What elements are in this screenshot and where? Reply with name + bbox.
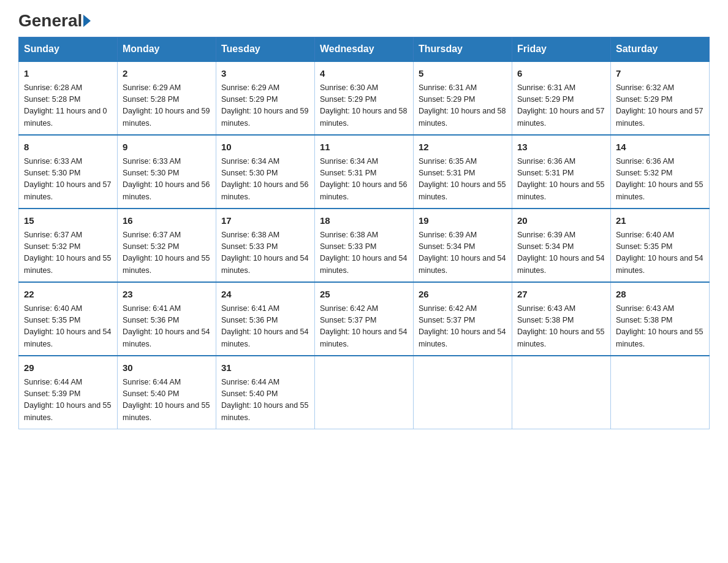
calendar-cell: 1 Sunrise: 6:28 AMSunset: 5:28 PMDayligh…	[19, 61, 118, 135]
calendar-cell: 5 Sunrise: 6:31 AMSunset: 5:29 PMDayligh…	[414, 61, 512, 135]
calendar-cell: 19 Sunrise: 6:39 AMSunset: 5:34 PMDaylig…	[414, 209, 512, 282]
day-header-monday: Monday	[118, 37, 216, 62]
day-number: 29	[24, 361, 112, 375]
day-number: 21	[616, 214, 704, 228]
day-info: Sunrise: 6:31 AMSunset: 5:29 PMDaylight:…	[517, 82, 605, 130]
day-info: Sunrise: 6:39 AMSunset: 5:34 PMDaylight:…	[419, 229, 507, 277]
week-row-5: 29 Sunrise: 6:44 AMSunset: 5:39 PMDaylig…	[19, 356, 710, 429]
day-number: 23	[123, 288, 211, 302]
calendar-cell: 22 Sunrise: 6:40 AMSunset: 5:35 PMDaylig…	[19, 282, 118, 356]
calendar-cell: 13 Sunrise: 6:36 AMSunset: 5:31 PMDaylig…	[512, 135, 611, 209]
calendar-cell: 8 Sunrise: 6:33 AMSunset: 5:30 PMDayligh…	[19, 135, 118, 209]
day-number: 13	[517, 140, 605, 155]
calendar-cell: 23 Sunrise: 6:41 AMSunset: 5:36 PMDaylig…	[118, 282, 216, 356]
week-row-1: 1 Sunrise: 6:28 AMSunset: 5:28 PMDayligh…	[19, 61, 710, 135]
day-header-friday: Friday	[512, 37, 611, 62]
day-info: Sunrise: 6:37 AMSunset: 5:32 PMDaylight:…	[24, 229, 112, 277]
logo-wordmark: General	[18, 12, 92, 29]
day-info: Sunrise: 6:39 AMSunset: 5:34 PMDaylight:…	[517, 229, 605, 277]
calendar-cell: 30 Sunrise: 6:44 AMSunset: 5:40 PMDaylig…	[118, 356, 216, 429]
day-number: 6	[517, 67, 605, 81]
day-number: 30	[123, 361, 211, 375]
day-number: 7	[616, 67, 704, 81]
day-number: 15	[24, 214, 112, 228]
day-number: 24	[221, 288, 309, 302]
calendar-cell: 12 Sunrise: 6:35 AMSunset: 5:31 PMDaylig…	[414, 135, 512, 209]
calendar-cell	[315, 356, 414, 429]
page-header: General	[18, 12, 710, 27]
day-number: 18	[320, 214, 408, 228]
day-header-sunday: Sunday	[19, 37, 118, 62]
day-number: 10	[221, 140, 309, 155]
day-info: Sunrise: 6:40 AMSunset: 5:35 PMDaylight:…	[24, 303, 112, 351]
day-info: Sunrise: 6:29 AMSunset: 5:29 PMDaylight:…	[221, 82, 309, 130]
day-header-wednesday: Wednesday	[315, 37, 414, 62]
calendar-cell: 27 Sunrise: 6:43 AMSunset: 5:38 PMDaylig…	[512, 282, 611, 356]
day-info: Sunrise: 6:44 AMSunset: 5:39 PMDaylight:…	[24, 377, 112, 424]
calendar-cell: 15 Sunrise: 6:37 AMSunset: 5:32 PMDaylig…	[19, 209, 118, 282]
calendar-cell: 28 Sunrise: 6:43 AMSunset: 5:38 PMDaylig…	[611, 282, 710, 356]
calendar-cell: 9 Sunrise: 6:33 AMSunset: 5:30 PMDayligh…	[118, 135, 216, 209]
day-info: Sunrise: 6:38 AMSunset: 5:33 PMDaylight:…	[221, 229, 309, 277]
calendar-cell	[512, 356, 611, 429]
day-info: Sunrise: 6:41 AMSunset: 5:36 PMDaylight:…	[221, 303, 309, 351]
day-info: Sunrise: 6:41 AMSunset: 5:36 PMDaylight:…	[123, 303, 211, 351]
day-info: Sunrise: 6:38 AMSunset: 5:33 PMDaylight:…	[320, 229, 408, 277]
calendar-cell: 24 Sunrise: 6:41 AMSunset: 5:36 PMDaylig…	[216, 282, 315, 356]
calendar-cell: 10 Sunrise: 6:34 AMSunset: 5:30 PMDaylig…	[216, 135, 315, 209]
day-info: Sunrise: 6:40 AMSunset: 5:35 PMDaylight:…	[616, 229, 704, 277]
calendar-cell: 25 Sunrise: 6:42 AMSunset: 5:37 PMDaylig…	[315, 282, 414, 356]
day-number: 27	[517, 288, 605, 302]
day-header-saturday: Saturday	[611, 37, 710, 62]
day-number: 17	[221, 214, 309, 228]
day-info: Sunrise: 6:30 AMSunset: 5:29 PMDaylight:…	[320, 82, 408, 130]
day-number: 28	[616, 288, 704, 302]
calendar-cell: 21 Sunrise: 6:40 AMSunset: 5:35 PMDaylig…	[611, 209, 710, 282]
calendar-cell: 26 Sunrise: 6:42 AMSunset: 5:37 PMDaylig…	[414, 282, 512, 356]
day-info: Sunrise: 6:31 AMSunset: 5:29 PMDaylight:…	[419, 82, 507, 130]
day-info: Sunrise: 6:34 AMSunset: 5:31 PMDaylight:…	[320, 156, 408, 204]
calendar-cell	[611, 356, 710, 429]
day-info: Sunrise: 6:37 AMSunset: 5:32 PMDaylight:…	[123, 229, 211, 277]
day-info: Sunrise: 6:42 AMSunset: 5:37 PMDaylight:…	[419, 303, 507, 351]
calendar-cell: 3 Sunrise: 6:29 AMSunset: 5:29 PMDayligh…	[216, 61, 315, 135]
calendar-header-row: SundayMondayTuesdayWednesdayThursdayFrid…	[19, 37, 710, 62]
calendar-table: SundayMondayTuesdayWednesdayThursdayFrid…	[18, 37, 710, 429]
day-number: 8	[24, 140, 112, 155]
day-info: Sunrise: 6:44 AMSunset: 5:40 PMDaylight:…	[221, 377, 309, 424]
calendar-cell: 2 Sunrise: 6:29 AMSunset: 5:28 PMDayligh…	[118, 61, 216, 135]
calendar-cell	[414, 356, 512, 429]
calendar-cell: 14 Sunrise: 6:36 AMSunset: 5:32 PMDaylig…	[611, 135, 710, 209]
calendar-cell: 4 Sunrise: 6:30 AMSunset: 5:29 PMDayligh…	[315, 61, 414, 135]
day-info: Sunrise: 6:36 AMSunset: 5:32 PMDaylight:…	[616, 156, 704, 204]
day-number: 12	[419, 140, 507, 155]
day-number: 16	[123, 214, 211, 228]
day-number: 26	[419, 288, 507, 302]
week-row-2: 8 Sunrise: 6:33 AMSunset: 5:30 PMDayligh…	[19, 135, 710, 209]
day-info: Sunrise: 6:29 AMSunset: 5:28 PMDaylight:…	[123, 82, 211, 130]
day-info: Sunrise: 6:42 AMSunset: 5:37 PMDaylight:…	[320, 303, 408, 351]
day-number: 31	[221, 361, 309, 375]
day-number: 2	[123, 67, 211, 81]
day-number: 4	[320, 67, 408, 81]
day-number: 3	[221, 67, 309, 81]
calendar-cell: 31 Sunrise: 6:44 AMSunset: 5:40 PMDaylig…	[216, 356, 315, 429]
day-info: Sunrise: 6:43 AMSunset: 5:38 PMDaylight:…	[616, 303, 704, 351]
day-info: Sunrise: 6:32 AMSunset: 5:29 PMDaylight:…	[616, 82, 704, 130]
week-row-3: 15 Sunrise: 6:37 AMSunset: 5:32 PMDaylig…	[19, 209, 710, 282]
calendar-cell: 11 Sunrise: 6:34 AMSunset: 5:31 PMDaylig…	[315, 135, 414, 209]
day-info: Sunrise: 6:35 AMSunset: 5:31 PMDaylight:…	[419, 156, 507, 204]
calendar-cell: 16 Sunrise: 6:37 AMSunset: 5:32 PMDaylig…	[118, 209, 216, 282]
day-number: 14	[616, 140, 704, 155]
day-header-thursday: Thursday	[414, 37, 512, 62]
day-info: Sunrise: 6:44 AMSunset: 5:40 PMDaylight:…	[123, 377, 211, 424]
week-row-4: 22 Sunrise: 6:40 AMSunset: 5:35 PMDaylig…	[19, 282, 710, 356]
day-number: 25	[320, 288, 408, 302]
logo-triangle-icon	[83, 15, 91, 27]
day-info: Sunrise: 6:34 AMSunset: 5:30 PMDaylight:…	[221, 156, 309, 204]
day-number: 11	[320, 140, 408, 155]
calendar-cell: 17 Sunrise: 6:38 AMSunset: 5:33 PMDaylig…	[216, 209, 315, 282]
calendar-cell: 29 Sunrise: 6:44 AMSunset: 5:39 PMDaylig…	[19, 356, 118, 429]
day-info: Sunrise: 6:33 AMSunset: 5:30 PMDaylight:…	[123, 156, 211, 204]
day-number: 20	[517, 214, 605, 228]
